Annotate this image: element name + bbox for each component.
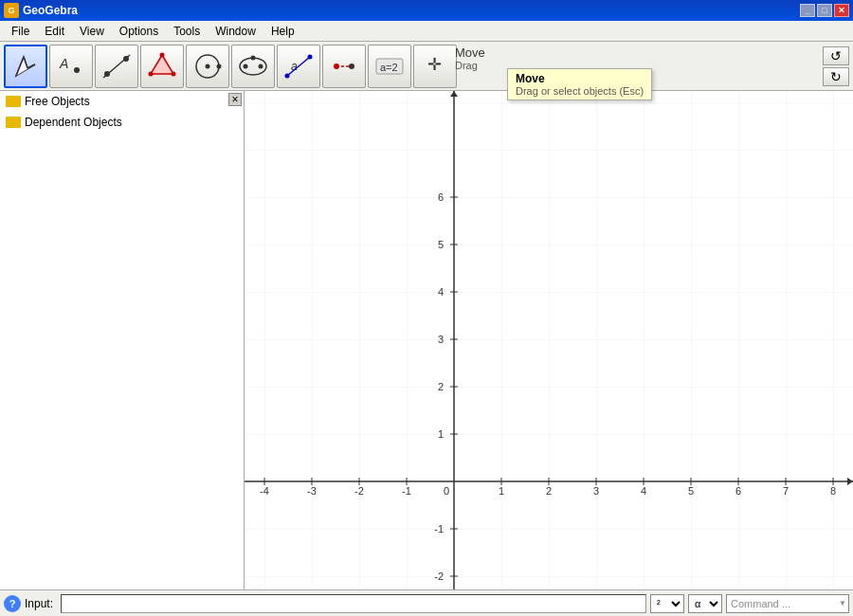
- svg-text:5: 5: [688, 485, 694, 497]
- svg-point-22: [308, 54, 313, 59]
- svg-text:✛: ✛: [427, 55, 442, 74]
- svg-point-11: [149, 71, 154, 76]
- svg-line-2: [27, 64, 35, 68]
- command-dropdown[interactable]: Command ... ▼: [726, 594, 849, 613]
- superscript-dropdown[interactable]: ²: [650, 594, 684, 613]
- graph-canvas: -4 -3 -2 -1 0 1 2 3 4 5 6 7 8: [245, 91, 853, 589]
- redo-button[interactable]: ↻: [823, 67, 849, 86]
- svg-point-14: [217, 63, 222, 68]
- svg-text:1: 1: [499, 485, 504, 497]
- alpha-dropdown[interactable]: α: [688, 594, 722, 613]
- tool-polygon[interactable]: [140, 45, 184, 88]
- svg-line-7: [103, 55, 130, 78]
- folder-icon: [6, 96, 21, 107]
- ellipse-tool-icon: [236, 49, 270, 83]
- command-arrow-icon: ▼: [839, 599, 846, 607]
- folder-icon-2: [6, 117, 21, 128]
- svg-marker-8: [151, 55, 173, 74]
- svg-text:5: 5: [438, 239, 444, 250]
- tool-line[interactable]: [95, 45, 138, 88]
- tool-name-label: Move: [455, 45, 485, 60]
- svg-text:A: A: [59, 56, 68, 71]
- menu-file[interactable]: File: [4, 23, 37, 40]
- move-view-tool-icon: ✛: [418, 49, 452, 83]
- svg-text:8: 8: [830, 485, 836, 497]
- svg-text:6: 6: [438, 191, 444, 203]
- svg-text:-3: -3: [307, 485, 317, 497]
- help-button[interactable]: ?: [4, 595, 21, 612]
- menu-tools[interactable]: Tools: [166, 23, 208, 40]
- menu-view[interactable]: View: [72, 23, 112, 40]
- tool-angle[interactable]: a: [277, 45, 320, 88]
- circle-tool-icon: [191, 49, 225, 83]
- svg-text:3: 3: [438, 334, 444, 345]
- maximize-button[interactable]: □: [817, 4, 832, 17]
- toolbar: A: [0, 42, 853, 91]
- sidebar-free-objects[interactable]: Free Objects: [0, 91, 244, 112]
- distance-tool-icon: [327, 49, 361, 83]
- svg-text:-2: -2: [354, 485, 364, 497]
- point-tool-icon: A: [54, 49, 88, 83]
- main-area: × Free Objects Dependent Objects: [0, 91, 853, 589]
- input-tool-icon: a=2: [372, 49, 407, 83]
- window-controls: _ □ ✕: [800, 4, 849, 17]
- window-title: GeoGebra: [23, 4, 800, 17]
- svg-point-9: [160, 52, 165, 57]
- menubar: File Edit View Options Tools Window Help: [0, 21, 853, 42]
- svg-rect-30: [245, 91, 853, 589]
- tool-distance[interactable]: [322, 45, 366, 88]
- undo-button[interactable]: ↺: [823, 46, 849, 65]
- angle-tool-icon: a: [281, 49, 316, 83]
- svg-text:6: 6: [735, 485, 741, 497]
- svg-text:4: 4: [641, 485, 646, 497]
- svg-point-17: [259, 63, 263, 68]
- menu-options[interactable]: Options: [112, 23, 166, 40]
- svg-point-16: [244, 63, 248, 68]
- tool-info-area: Move Drag: [455, 45, 485, 71]
- polygon-tool-icon: [145, 49, 179, 83]
- tool-point[interactable]: A: [49, 45, 93, 88]
- statusbar: ? Input: ² α Command ... ▼: [0, 589, 853, 616]
- svg-text:-2: -2: [434, 571, 444, 582]
- svg-text:2: 2: [546, 485, 552, 497]
- minimize-button[interactable]: _: [800, 4, 815, 17]
- tooltip-desc: Drag or select objects (Esc): [516, 85, 644, 97]
- line-tool-icon: [100, 49, 134, 83]
- svg-point-13: [206, 63, 210, 68]
- svg-text:3: 3: [593, 485, 599, 497]
- svg-text:7: 7: [783, 485, 789, 497]
- sidebar-dependent-label: Dependent Objects: [25, 116, 122, 129]
- tool-circle[interactable]: [186, 45, 229, 88]
- svg-point-18: [251, 55, 256, 60]
- menu-window[interactable]: Window: [208, 23, 263, 40]
- graph-area[interactable]: -4 -3 -2 -1 0 1 2 3 4 5 6 7 8: [245, 91, 853, 589]
- svg-text:4: 4: [438, 286, 444, 298]
- svg-text:1: 1: [438, 428, 444, 440]
- sidebar: × Free Objects Dependent Objects: [0, 91, 245, 589]
- tool-move[interactable]: [4, 45, 47, 88]
- tool-desc-label: Drag: [455, 60, 485, 71]
- titlebar: G GeoGebra _ □ ✕: [0, 0, 853, 21]
- menu-help[interactable]: Help: [263, 23, 302, 40]
- tooltip-title: Move: [516, 72, 644, 85]
- svg-point-21: [285, 73, 290, 78]
- move-tool-icon: [9, 49, 43, 83]
- svg-point-10: [172, 71, 176, 76]
- svg-text:2: 2: [438, 381, 444, 392]
- input-label: Input:: [25, 597, 53, 610]
- command-placeholder: Command ...: [731, 598, 790, 609]
- svg-point-4: [74, 67, 80, 73]
- tool-ellipse[interactable]: [231, 45, 275, 88]
- sidebar-dependent-objects[interactable]: Dependent Objects: [0, 112, 244, 133]
- tooltip-popup: Move Drag or select objects (Esc): [507, 68, 652, 100]
- toolbar-nav: ↺ ↻: [823, 46, 849, 86]
- tool-input[interactable]: a=2: [368, 45, 411, 88]
- menu-edit[interactable]: Edit: [37, 23, 72, 40]
- svg-text:-1: -1: [434, 523, 444, 534]
- close-button[interactable]: ✕: [834, 4, 849, 17]
- app-icon: G: [4, 3, 19, 18]
- svg-text:0: 0: [444, 485, 449, 497]
- tool-move-view[interactable]: ✛: [413, 45, 457, 88]
- sidebar-close-button[interactable]: ×: [228, 93, 242, 106]
- input-field[interactable]: [61, 594, 646, 613]
